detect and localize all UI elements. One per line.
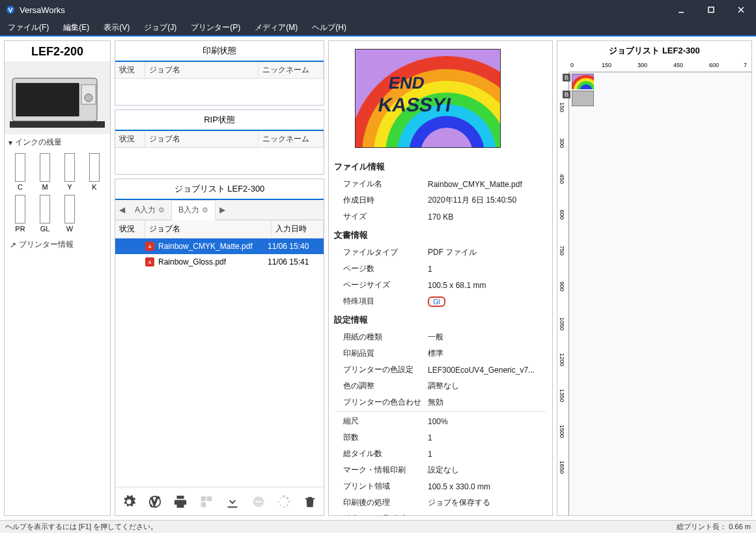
value-marks: 設定なし bbox=[428, 463, 546, 478]
menu-file[interactable]: ファイル(F) bbox=[8, 22, 49, 33]
col-inputdate[interactable]: 入力日時 bbox=[272, 220, 324, 238]
job-rows: ARainbow_CMYK_Matte.pdf 11/06 15:40 ARai… bbox=[115, 238, 324, 487]
menu-job[interactable]: ジョブ(J) bbox=[144, 22, 176, 33]
job-row[interactable]: ARainbow_CMYK_Matte.pdf 11/06 15:40 bbox=[115, 238, 324, 254]
job-row[interactable]: ARainbow_Gloss.pdf 11/06 15:41 bbox=[115, 254, 324, 270]
tab-next[interactable]: ▶ bbox=[216, 201, 229, 218]
value-color-adj: 調整なし bbox=[428, 379, 546, 394]
value-pagesize: 100.5 x 68.1 mm bbox=[428, 278, 546, 293]
print-status-title: 印刷状態 bbox=[115, 41, 324, 62]
app-title: VersaWorks bbox=[20, 5, 666, 15]
col-nickname[interactable]: ニックネーム bbox=[259, 62, 324, 78]
printer-info-link[interactable]: ↗ プリンター情報 bbox=[5, 235, 110, 254]
menu-edit[interactable]: 編集(E) bbox=[63, 22, 89, 33]
menu-view[interactable]: 表示(V) bbox=[104, 22, 130, 33]
print-status-panel: 印刷状態 状況 ジョブ名 ニックネーム bbox=[115, 40, 324, 106]
ruler-area[interactable]: 0 150 300 450 600 7 150 300 450 600 750 … bbox=[557, 61, 751, 515]
ink-w: W bbox=[59, 195, 80, 233]
value-printer-color: LEF300EcoUV4_Generic_v7... bbox=[428, 362, 546, 377]
svg-rect-6 bbox=[16, 83, 79, 116]
svg-rect-18 bbox=[255, 501, 261, 502]
value-size: 170 KB bbox=[428, 209, 546, 224]
tab-prev[interactable]: ◀ bbox=[115, 201, 128, 218]
stop-button[interactable] bbox=[250, 493, 267, 510]
processing-icon bbox=[276, 493, 293, 510]
value-tiles: 1 bbox=[428, 446, 546, 461]
horizontal-ruler: 0 150 300 450 600 7 bbox=[569, 61, 751, 72]
printer-image bbox=[5, 61, 110, 134]
value-file-name: Rainbow_CMYK_Matte.pdf bbox=[428, 177, 546, 192]
download-button[interactable] bbox=[224, 493, 241, 510]
value-color-match: 無効 bbox=[428, 395, 546, 410]
tab-a-input[interactable]: A入力⚙ bbox=[128, 201, 172, 220]
close-button[interactable] bbox=[726, 0, 756, 20]
delete-button[interactable] bbox=[301, 493, 318, 510]
job-info-panel: END KASSYI ファイル情報 ファイル名Rainbow_CMYK_Matt… bbox=[328, 40, 553, 516]
col-status[interactable]: 状況 bbox=[115, 131, 145, 147]
layout-thumb-2[interactable]: B bbox=[572, 91, 594, 108]
col-status[interactable]: 状況 bbox=[115, 220, 145, 238]
rip-button[interactable] bbox=[147, 493, 163, 510]
tab-b-input[interactable]: B入力⚙ bbox=[172, 200, 216, 220]
ink-level-header[interactable]: ▾ インクの残量 bbox=[5, 134, 110, 151]
svg-point-8 bbox=[85, 94, 92, 102]
menu-media[interactable]: メディア(M) bbox=[255, 22, 298, 33]
statusbar-help: ヘルプを表示するには [F1] を押してください。 bbox=[5, 522, 158, 532]
svg-text:A: A bbox=[148, 260, 152, 265]
ink-pr: PR bbox=[10, 195, 31, 233]
job-preview: END KASSYI bbox=[355, 49, 501, 148]
svg-point-24 bbox=[280, 504, 281, 506]
joblist-tabs: ◀ A入力⚙ B入力⚙ ▶ bbox=[115, 200, 324, 220]
joblist-title: ジョブリスト LEF2-300 bbox=[115, 179, 324, 200]
settings-button[interactable] bbox=[120, 493, 137, 510]
rip-status-panel: RIP状態 状況 ジョブ名 ニックネーム bbox=[115, 109, 324, 175]
ink-m: M bbox=[35, 153, 55, 191]
svg-rect-42 bbox=[572, 91, 594, 106]
value-created: 2020年11月 6日 15:40:50 bbox=[428, 193, 546, 208]
svg-rect-15 bbox=[207, 496, 212, 500]
value-ink-est: 0.08 bbox=[428, 511, 546, 516]
svg-point-25 bbox=[278, 501, 279, 502]
layout-canvas[interactable]: B B bbox=[569, 72, 751, 515]
svg-point-22 bbox=[287, 504, 289, 506]
col-jobname[interactable]: ジョブ名 bbox=[145, 220, 272, 238]
print-button[interactable] bbox=[173, 493, 189, 510]
menu-help[interactable]: ヘルプ(H) bbox=[312, 22, 346, 33]
titlebar: VersaWorks bbox=[0, 0, 756, 20]
col-nickname[interactable]: ニックネーム bbox=[259, 131, 324, 147]
section-doc-info: 文書情報 bbox=[334, 229, 547, 241]
nest-button[interactable] bbox=[198, 493, 215, 510]
menu-printer[interactable]: プリンター(P) bbox=[191, 22, 240, 33]
statusbar: ヘルプを表示するには [F1] を押してください。 総プリント長： 0.66 m bbox=[0, 520, 756, 533]
joblist-toolbar bbox=[115, 487, 324, 515]
svg-point-20 bbox=[287, 497, 288, 498]
value-filetype: PDF ファイル bbox=[428, 245, 546, 260]
minimize-button[interactable] bbox=[666, 0, 696, 20]
layout-preview-panel: ジョブリスト LEF2-300 0 150 300 450 600 7 150 … bbox=[557, 40, 752, 516]
middle-column: 印刷状態 状況 ジョブ名 ニックネーム RIP状態 状況 ジョブ名 ニックネーム… bbox=[115, 40, 324, 516]
joblist-panel: ジョブリスト LEF2-300 ◀ A入力⚙ B入力⚙ ▶ 状況 ジョブ名 入力… bbox=[115, 179, 324, 516]
value-after: ジョブを保存する bbox=[428, 495, 546, 510]
value-pages: 1 bbox=[428, 261, 546, 276]
pdf-icon: A bbox=[145, 257, 154, 266]
svg-point-26 bbox=[280, 497, 281, 498]
svg-rect-16 bbox=[201, 502, 206, 506]
layout-preview-title: ジョブリスト LEF2-300 bbox=[557, 41, 751, 61]
svg-text:KASSYI: KASSYI bbox=[376, 94, 453, 115]
svg-rect-14 bbox=[201, 496, 206, 500]
col-jobname[interactable]: ジョブ名 bbox=[145, 62, 259, 78]
pdf-icon: A bbox=[145, 242, 154, 251]
statusbar-total-print: 総プリント長： 0.66 m bbox=[677, 522, 751, 532]
svg-text:A: A bbox=[148, 244, 152, 249]
ink-c: C bbox=[10, 153, 31, 191]
svg-point-19 bbox=[283, 495, 286, 497]
rip-status-title: RIP状態 bbox=[115, 110, 324, 131]
printer-name: LEF2-200 bbox=[5, 41, 110, 61]
svg-point-21 bbox=[288, 500, 290, 502]
col-status[interactable]: 状況 bbox=[115, 62, 145, 78]
maximize-button[interactable] bbox=[696, 0, 726, 20]
col-jobname[interactable]: ジョブ名 bbox=[145, 131, 259, 147]
layout-thumb-1[interactable]: B bbox=[572, 74, 594, 91]
value-copies: 1 bbox=[428, 430, 546, 445]
ink-gl: GL bbox=[35, 195, 55, 233]
